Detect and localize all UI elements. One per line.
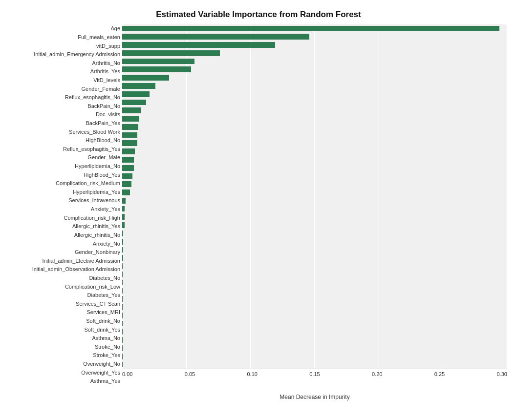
bar-row: [122, 33, 507, 41]
bar: [122, 329, 123, 335]
y-label: Services_CT Scan: [10, 301, 120, 307]
bar: [122, 206, 125, 212]
bar-row: [122, 246, 507, 254]
y-label: Initial_admin_Emergency Admission: [10, 52, 120, 57]
y-label: Diabetes_Yes: [10, 293, 120, 298]
y-axis-labels: AgeFull_meals_eatenvitD_suppInitial_admi…: [10, 24, 122, 386]
x-tick-label: 0.15: [309, 371, 320, 386]
bar-row: [122, 74, 507, 82]
bar-row: [122, 123, 507, 131]
y-label: Arthritis_Yes: [10, 69, 120, 74]
bar-row: [122, 24, 507, 33]
bar-row: [122, 262, 507, 271]
y-label: Overweight_No: [10, 361, 120, 367]
bar: [122, 165, 134, 171]
bar: [122, 157, 134, 163]
bar: [122, 59, 194, 64]
bar-row: [122, 295, 507, 303]
bar-row: [122, 352, 507, 360]
bar: [122, 263, 123, 269]
bar: [122, 255, 123, 261]
bar-row: [122, 106, 507, 115]
bar: [122, 107, 141, 113]
bar: [122, 222, 125, 228]
bar-row: [122, 278, 507, 287]
y-label: Anxiety_No: [10, 241, 120, 247]
y-label: HighBlood_No: [10, 138, 120, 143]
y-label: Services_Blood Work: [10, 129, 120, 135]
bar: [122, 50, 220, 56]
bar: [122, 231, 123, 236]
x-axis-title: Mean Decrease in Impurity: [122, 394, 507, 400]
bar-row: [122, 221, 507, 230]
bar-row: [122, 287, 507, 295]
bar: [122, 296, 123, 302]
y-label: Initial_admin_Observation Admission: [10, 267, 120, 272]
bar: [122, 321, 123, 327]
bar-row: [122, 254, 507, 262]
bar: [122, 304, 123, 310]
bar-row: [122, 180, 507, 189]
bar: [122, 124, 138, 130]
y-label: Soft_drink_Yes: [10, 327, 120, 333]
bar: [122, 280, 123, 286]
bar: [122, 239, 123, 245]
x-axis: 0.000.050.100.150.200.250.30 Mean Decrea…: [122, 369, 507, 386]
plot-area: 0.000.050.100.150.200.250.30 Mean Decrea…: [122, 24, 507, 386]
y-label: Stroke_No: [10, 344, 120, 350]
bar: [122, 75, 169, 81]
y-label: Full_meals_eaten: [10, 35, 120, 40]
y-label: Overweight_Yes: [10, 370, 120, 376]
bar-row: [122, 344, 507, 352]
x-tick-label: 0.20: [372, 371, 382, 386]
chart-area: AgeFull_meals_eatenvitD_suppInitial_admi…: [10, 24, 507, 386]
bar-row: [122, 270, 507, 278]
bar: [122, 214, 125, 220]
bar: [122, 345, 123, 351]
y-label: Doc_visits: [10, 112, 120, 117]
y-label: Services_MRI: [10, 310, 120, 315]
y-label: Complication_risk_Low: [10, 284, 120, 290]
bar: [122, 189, 130, 195]
bar: [122, 198, 126, 204]
y-label: Asthma_No: [10, 336, 120, 341]
y-label: Complication_risk_High: [10, 215, 120, 221]
y-label: Stroke_Yes: [10, 353, 120, 358]
y-label: Diabetes_No: [10, 275, 120, 281]
bar: [122, 288, 123, 294]
y-label: VitD_levels: [10, 78, 120, 83]
y-label: vitD_supp: [10, 43, 120, 49]
bar-row: [122, 303, 507, 312]
bar-row: [122, 156, 507, 164]
bar: [122, 354, 123, 359]
y-label: Gender_Male: [10, 155, 120, 160]
bar-row: [122, 319, 507, 328]
bar: [122, 181, 131, 187]
bar-row: [122, 82, 507, 90]
chart-container: Estimated Variable Importance from Rando…: [0, 0, 517, 420]
bar-row: [122, 230, 507, 238]
bar-row: [122, 115, 507, 123]
bar-row: [122, 65, 507, 74]
bar: [122, 83, 155, 89]
bar-row: [122, 196, 507, 205]
y-label: Services_Intravenous: [10, 198, 120, 203]
y-label: Soft_drink_No: [10, 318, 120, 324]
bar-row: [122, 205, 507, 213]
y-label: Arthritis_No: [10, 61, 120, 66]
x-tick-label: 0.25: [434, 371, 445, 386]
x-tick-label: 0.30: [497, 371, 507, 386]
y-label: Hyperlipidemia_No: [10, 164, 120, 169]
bar-row: [122, 311, 507, 319]
x-tick-label: 0.05: [185, 371, 195, 386]
bar-row: [122, 49, 507, 57]
y-label: Gender_Nonbinary: [10, 250, 120, 255]
bar-row: [122, 328, 507, 336]
y-label: Reflux_esophagitis_No: [10, 95, 120, 100]
y-label: Asthma_Yes: [10, 378, 120, 384]
bar: [122, 26, 499, 32]
bar-row: [122, 147, 507, 156]
bar-row: [122, 172, 507, 180]
y-label: Allergic_rhinitis_Yes: [10, 224, 120, 229]
bar: [122, 272, 123, 277]
